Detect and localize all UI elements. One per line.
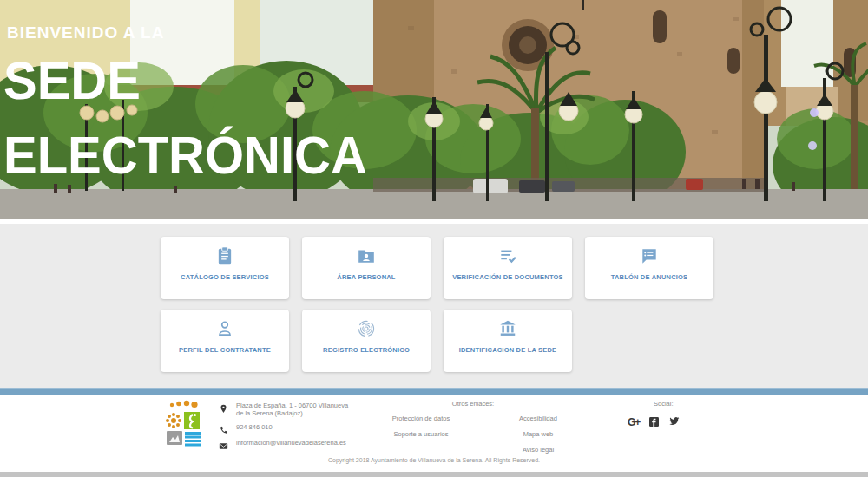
email-text: informacion@villanuevadelaserena.es <box>236 439 346 448</box>
announcements-bubble-icon <box>640 246 659 265</box>
sede-electronica-page: { "hero": { "welcome": "BIENVENIDO A LA"… <box>0 0 868 477</box>
blue-divider-bar <box>0 388 868 395</box>
link-proteccion-de-datos[interactable]: Protección de datos <box>373 415 469 422</box>
ayuntamiento-logo-icon <box>165 400 207 447</box>
bank-icon <box>498 319 517 338</box>
card-label: TABLÓN DE ANUNCIOS <box>585 273 713 281</box>
hero-banner: BIENVENIDO A LA SEDE ELECTRÓNICA <box>0 0 868 219</box>
phone-row: 924 846 010 <box>219 423 349 433</box>
footer-social: Social: G+ <box>628 400 706 430</box>
facebook-icon[interactable] <box>649 415 659 430</box>
card-label: IDENTIFICACION DE LA SEDE <box>444 346 572 354</box>
card-label: VERIFICACIÓN DE DOCUMENTOS <box>444 273 572 281</box>
address-text: Plaza de España, 1 - 06700 Villanueva de… <box>236 402 348 417</box>
twitter-icon[interactable] <box>668 415 680 430</box>
links-column-1: Protección de datos Soporte a usuarios <box>373 415 469 446</box>
footer-contact: Plaza de España, 1 - 06700 Villanueva de… <box>219 402 349 454</box>
hero-title-line2: ELECTRÓNICA <box>3 124 367 185</box>
phone-icon <box>219 423 228 433</box>
bottom-gray-strip <box>0 472 868 477</box>
social-heading: Social: <box>654 400 706 408</box>
folder-user-icon <box>357 246 376 265</box>
phone-text: 924 846 010 <box>236 423 273 433</box>
card-identificacion-de-la-sede[interactable]: IDENTIFICACION DE LA SEDE <box>444 310 572 372</box>
card-label: ÁREA PERSONAL <box>302 273 431 281</box>
card-perfil-del-contratante[interactable]: PERFIL DEL CONTRATANTE <box>161 310 289 372</box>
card-catalogo-de-servicios[interactable]: CATÁLOGO DE SERVICIOS <box>161 237 289 299</box>
person-outline-icon <box>215 319 234 338</box>
link-mapa-web[interactable]: Mapa web <box>495 430 582 438</box>
link-soporte-a-usuarios[interactable]: Soporte a usuarios <box>373 430 469 438</box>
link-aviso-legal[interactable]: Aviso legal <box>495 446 582 454</box>
email-row: informacion@villanuevadelaserena.es <box>219 439 349 448</box>
social-icons: G+ <box>628 415 706 430</box>
card-verificacion-de-documentos[interactable]: VERIFICACIÓN DE DOCUMENTOS <box>444 237 572 299</box>
copyright-text: Copyright 2018 Ayuntamiento de Villanuev… <box>0 457 868 463</box>
fingerprint-icon <box>357 319 376 338</box>
ayuntamiento-logo <box>165 400 207 447</box>
card-area-personal[interactable]: ÁREA PERSONAL <box>302 237 431 299</box>
location-pin-icon <box>219 402 228 411</box>
address-row: Plaza de España, 1 - 06700 Villanueva de… <box>219 402 349 417</box>
links-column-2: Accesibilidad Mapa web Aviso legal <box>495 415 582 461</box>
link-accesibilidad[interactable]: Accesibilidad <box>495 415 582 422</box>
card-label: PERFIL DEL CONTRATANTE <box>161 346 289 354</box>
card-registro-electronico[interactable]: REGISTRO ELECTRÓNICO <box>302 310 431 372</box>
services-section: CATÁLOGO DE SERVICIOS ÁREA PERSONAL <box>0 224 868 388</box>
services-grid: CATÁLOGO DE SERVICIOS ÁREA PERSONAL <box>161 237 713 372</box>
card-label: CATÁLOGO DE SERVICIOS <box>161 273 289 281</box>
envelope-icon <box>219 439 228 448</box>
document-check-icon <box>498 246 517 265</box>
card-tablon-de-anuncios[interactable]: TABLÓN DE ANUNCIOS <box>585 237 713 299</box>
hero-welcome-text: BIENVENIDO A LA <box>7 23 164 42</box>
hero-title-line1: SEDE <box>3 49 141 110</box>
clipboard-icon <box>215 246 234 265</box>
other-links-heading: Otros enlaces: <box>425 400 521 408</box>
googleplus-icon[interactable]: G+ <box>628 416 640 428</box>
footer: Plaza de España, 1 - 06700 Villanueva de… <box>0 395 868 472</box>
card-label: REGISTRO ELECTRÓNICO <box>302 346 431 354</box>
